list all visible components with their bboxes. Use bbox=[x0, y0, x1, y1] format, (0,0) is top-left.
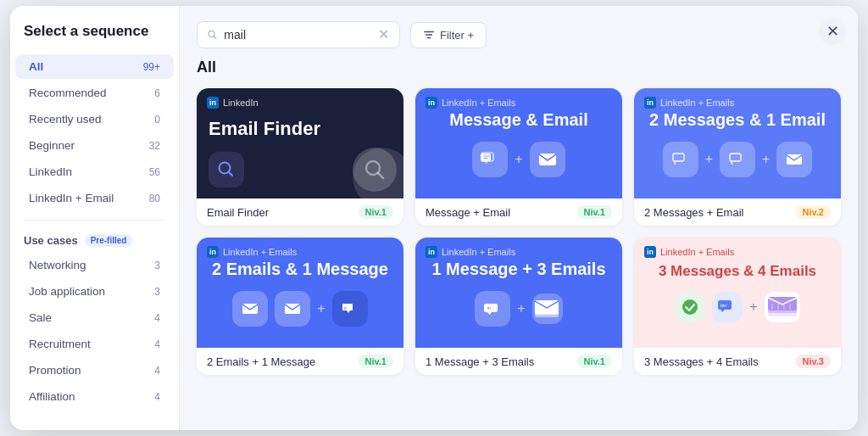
plus-icon6: + bbox=[749, 299, 757, 315]
sidebar-item-linkedin-email[interactable]: LinkedIn + Email 80 bbox=[15, 186, 174, 210]
close-button[interactable]: ✕ bbox=[819, 18, 846, 45]
sidebar-item-recommended-count: 6 bbox=[154, 87, 160, 99]
sidebar-item-networking-count: 3 bbox=[154, 260, 160, 271]
msg2-icon-bubble bbox=[720, 142, 755, 177]
card-title-email-finder: Email Finder bbox=[209, 118, 371, 140]
level-badge-2emails-1message: Niv.1 bbox=[359, 355, 393, 368]
card-2messages-1email[interactable]: in LinkedIn + Emails 2 Messages & 1 Emai… bbox=[634, 88, 841, 226]
msg5-icon-bubble: in rr bbox=[712, 292, 743, 322]
card-2emails-1message[interactable]: in LinkedIn + Emails 2 Emails & 1 Messag… bbox=[197, 238, 403, 375]
linkedin-tag-icon4: in bbox=[207, 246, 219, 258]
card-tag-message-email: in LinkedIn + Emails bbox=[426, 97, 515, 109]
use-cases-label: Use cases bbox=[24, 234, 78, 247]
sidebar-item-recently-used[interactable]: Recently used 0 bbox=[15, 107, 174, 131]
filter-icon bbox=[423, 29, 435, 41]
card-title-2messages-1email: 2 Messages & 1 Email bbox=[649, 110, 826, 130]
plus-icon5: + bbox=[517, 301, 525, 316]
card-visual-3messages-4emails: in LinkedIn + Emails 3 Messages & 4 Emai… bbox=[634, 238, 841, 348]
level-badge-2messages-1email: Niv.2 bbox=[796, 205, 831, 219]
plus-icon4: + bbox=[317, 301, 325, 316]
linkedin-tag-icon6: in bbox=[644, 246, 656, 258]
search-box[interactable]: ✕ bbox=[197, 21, 400, 48]
card-tag-2emails: in LinkedIn + Emails bbox=[207, 246, 297, 258]
search-input[interactable] bbox=[224, 28, 371, 42]
msg1-icon-bubble bbox=[663, 142, 698, 177]
card-footer-2emails-1message: 2 Emails + 1 Message Niv.1 bbox=[197, 348, 403, 375]
emails-stacked-icon bbox=[765, 292, 800, 322]
linkedin-tag-icon: in bbox=[207, 97, 219, 109]
email5-stack bbox=[532, 293, 563, 324]
msg3-icon-bubble: in bbox=[332, 291, 368, 327]
sidebar-title: Select a sequence bbox=[10, 23, 179, 53]
sidebar-item-beginner-label: Beginner bbox=[29, 139, 75, 152]
sidebar-item-beginner[interactable]: Beginner 32 bbox=[15, 133, 174, 158]
plus-icon3: + bbox=[762, 152, 770, 167]
sidebar-item-sale[interactable]: Sale 4 bbox=[15, 305, 174, 330]
sidebar-item-beginner-count: 32 bbox=[149, 140, 160, 152]
search-deco2 bbox=[353, 148, 397, 192]
sidebar-item-promotion[interactable]: Promotion 4 bbox=[15, 358, 174, 383]
sidebar-item-recommended[interactable]: Recommended 6 bbox=[15, 81, 174, 105]
card-1message-3emails[interactable]: in LinkedIn + Emails 1 Message + 3 Email… bbox=[415, 238, 622, 375]
card-visual-2emails-1message: in LinkedIn + Emails 2 Emails & 1 Messag… bbox=[197, 238, 403, 348]
sidebar-item-linkedin[interactable]: LinkedIn 56 bbox=[15, 159, 174, 184]
email3-icon-bubble bbox=[232, 291, 268, 327]
svg-rect-12 bbox=[539, 154, 556, 165]
svg-line-8 bbox=[378, 173, 383, 178]
card-tag-label6: LinkedIn + Emails bbox=[660, 247, 734, 257]
email2-icon-bubble bbox=[776, 142, 812, 177]
sidebar-item-linkedin-email-label: LinkedIn + Email bbox=[29, 192, 114, 204]
sidebar-item-job-application[interactable]: Job application 3 bbox=[15, 279, 174, 304]
plus-icon2: + bbox=[705, 152, 713, 167]
svg-rect-13 bbox=[673, 154, 684, 161]
card-visual-message-email: in LinkedIn + Emails Message & Email bbox=[415, 88, 622, 198]
svg-line-1 bbox=[214, 36, 215, 38]
clear-search-icon[interactable]: ✕ bbox=[378, 28, 389, 42]
card-label-2emails-1message: 2 Emails + 1 Message bbox=[207, 355, 315, 368]
card-footer-3messages-4emails: 3 Messages + 4 Emails Niv.3 bbox=[634, 348, 841, 375]
card-label-1message-3emails: 1 Message + 3 Emails bbox=[426, 355, 534, 368]
select-sequence-modal: Select a sequence All 99+ Recommended 6 … bbox=[10, 6, 858, 430]
card-icons-3messages-4emails: in rr + bbox=[675, 292, 799, 322]
card-message-email[interactable]: in LinkedIn + Emails Message & Email bbox=[415, 88, 622, 226]
card-email-finder[interactable]: in LinkedIn Email Finder bbox=[197, 88, 403, 226]
card-tag-3messages: in LinkedIn + Emails bbox=[644, 246, 734, 258]
sidebar-item-sale-count: 4 bbox=[154, 312, 160, 324]
sidebar-item-sale-label: Sale bbox=[29, 311, 52, 324]
filter-button-label: Filter + bbox=[440, 29, 474, 42]
svg-text:rr: rr bbox=[725, 304, 727, 308]
svg-rect-16 bbox=[242, 304, 258, 314]
svg-line-6 bbox=[229, 172, 233, 176]
use-cases-section: Use cases Pre-filled bbox=[10, 229, 179, 252]
main-content-area: ✕ Filter + All in LinkedIn bbox=[180, 6, 858, 430]
sidebar-item-promotion-label: Promotion bbox=[29, 364, 81, 377]
card-icons-2messages-1email: + + bbox=[663, 142, 813, 177]
card-tag-label5: LinkedIn + Emails bbox=[442, 247, 515, 257]
email4-icon-bubble bbox=[275, 291, 310, 327]
filter-button[interactable]: Filter + bbox=[410, 22, 487, 48]
card-tag-1message: in LinkedIn + Emails bbox=[426, 246, 515, 258]
check-icon-bubble bbox=[675, 292, 705, 322]
sidebar: Select a sequence All 99+ Recommended 6 … bbox=[10, 6, 180, 430]
plus-icon: + bbox=[515, 152, 522, 167]
card-label-message-email: Message + Email bbox=[426, 206, 510, 219]
sidebar-item-recommended-label: Recommended bbox=[29, 87, 107, 99]
sidebar-item-linkedin-label: LinkedIn bbox=[29, 165, 72, 178]
svg-rect-14 bbox=[730, 154, 741, 161]
card-label-email-finder: Email Finder bbox=[207, 206, 269, 219]
sidebar-item-networking[interactable]: Networking 3 bbox=[15, 253, 174, 277]
sidebar-item-all[interactable]: All 99+ bbox=[15, 54, 174, 79]
svg-rect-15 bbox=[787, 154, 802, 165]
cards-grid: in LinkedIn Email Finder bbox=[197, 88, 841, 375]
sidebar-item-all-label: All bbox=[29, 60, 43, 73]
sidebar-item-affiliation[interactable]: Affiliation 4 bbox=[15, 384, 174, 409]
card-footer-2messages-1email: 2 Messages + Email Niv.2 bbox=[634, 198, 841, 226]
sidebar-item-recently-used-count: 0 bbox=[154, 114, 160, 126]
sidebar-item-recruitment[interactable]: Recruitment 4 bbox=[15, 332, 174, 356]
sidebar-divider bbox=[24, 220, 165, 221]
card-3messages-4emails[interactable]: in LinkedIn + Emails 3 Messages & 4 Emai… bbox=[634, 238, 841, 375]
card-visual-1message-3emails: in LinkedIn + Emails 1 Message + 3 Email… bbox=[415, 238, 622, 348]
search-icon bbox=[208, 29, 217, 41]
level-badge-message-email: Niv.1 bbox=[577, 205, 612, 219]
level-badge-email-finder: Niv.1 bbox=[359, 205, 393, 219]
